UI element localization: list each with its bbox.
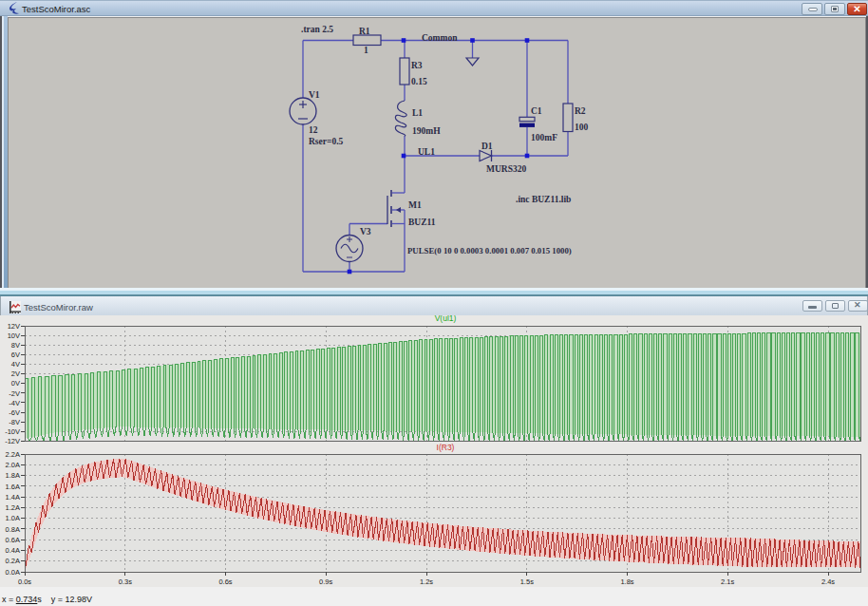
svg-text:0.0s: 0.0s — [18, 578, 31, 586]
svg-text:2V: 2V — [11, 369, 20, 378]
svg-text:2.1s: 2.1s — [721, 578, 734, 586]
svg-text:.inc BUZ11.lib: .inc BUZ11.lib — [516, 195, 571, 204]
svg-text:0.6s: 0.6s — [218, 578, 232, 586]
svg-text:1.5s: 1.5s — [520, 578, 534, 586]
svg-text:-8V: -8V — [9, 418, 20, 426]
svg-text:L1: L1 — [412, 108, 423, 118]
svg-text:-10V: -10V — [5, 427, 20, 436]
svg-text:10V: 10V — [8, 331, 20, 340]
svg-text:0.6A: 0.6A — [6, 536, 20, 544]
svg-text:-12V: -12V — [5, 437, 20, 445]
svg-text:I(R3): I(R3) — [437, 443, 455, 452]
svg-text:8V: 8V — [11, 341, 20, 350]
svg-text:100mF: 100mF — [531, 133, 557, 142]
svg-text:1.6A: 1.6A — [6, 483, 20, 491]
svg-text:M1: M1 — [408, 200, 422, 210]
svg-text:-6V: -6V — [9, 408, 20, 417]
svg-text:R1: R1 — [359, 27, 370, 36]
svg-text:PULSE(0 10 0 0.0003 0.0001 0.0: PULSE(0 10 0 0.0003 0.0001 0.007 0.015 1… — [407, 246, 572, 256]
svg-text:0.3s: 0.3s — [119, 578, 132, 586]
svg-text:1: 1 — [364, 46, 368, 55]
svg-text:V3: V3 — [360, 227, 371, 237]
svg-text:2.2A: 2.2A — [6, 450, 20, 459]
svg-text:.tran 2.5: .tran 2.5 — [301, 25, 333, 34]
svg-text:2.0A: 2.0A — [6, 461, 20, 469]
svg-text:1.4A: 1.4A — [6, 493, 20, 502]
svg-text:R2: R2 — [575, 106, 586, 116]
svg-text:0.9s: 0.9s — [319, 578, 332, 586]
svg-text:D1: D1 — [481, 142, 493, 151]
svg-text:1.8s: 1.8s — [620, 578, 633, 586]
svg-text:BUZ11: BUZ11 — [408, 218, 436, 227]
svg-text:6V: 6V — [11, 350, 20, 359]
svg-text:MURS320: MURS320 — [486, 164, 526, 174]
svg-text:1.2s: 1.2s — [420, 578, 433, 586]
svg-text:190mH: 190mH — [412, 126, 441, 136]
svg-text:-4V: -4V — [9, 399, 20, 407]
svg-text:V(ul1): V(ul1) — [435, 315, 457, 323]
svg-text:4V: 4V — [11, 360, 20, 369]
svg-text:12: 12 — [309, 125, 318, 135]
svg-text:12V: 12V — [8, 322, 20, 331]
svg-text:2.4s: 2.4s — [821, 578, 835, 586]
svg-text:0.4A: 0.4A — [6, 546, 20, 555]
svg-text:-2V: -2V — [9, 389, 20, 398]
svg-text:R3: R3 — [411, 61, 423, 70]
svg-text:1.2A: 1.2A — [6, 503, 20, 512]
svg-text:0.15: 0.15 — [411, 77, 427, 86]
svg-text:C1: C1 — [531, 106, 542, 116]
svg-text:1.0A: 1.0A — [6, 514, 20, 522]
svg-text:UL1: UL1 — [418, 147, 435, 157]
svg-text:Common: Common — [422, 33, 458, 43]
svg-text:100: 100 — [575, 123, 589, 132]
svg-text:0V: 0V — [11, 379, 20, 388]
svg-text:Rser=0.5: Rser=0.5 — [309, 137, 344, 146]
svg-text:0.0A: 0.0A — [6, 568, 20, 577]
svg-text:1.8A: 1.8A — [6, 471, 20, 480]
svg-text:0.8A: 0.8A — [6, 525, 20, 534]
svg-text:0.2A: 0.2A — [6, 557, 20, 565]
svg-text:V1: V1 — [309, 90, 320, 100]
